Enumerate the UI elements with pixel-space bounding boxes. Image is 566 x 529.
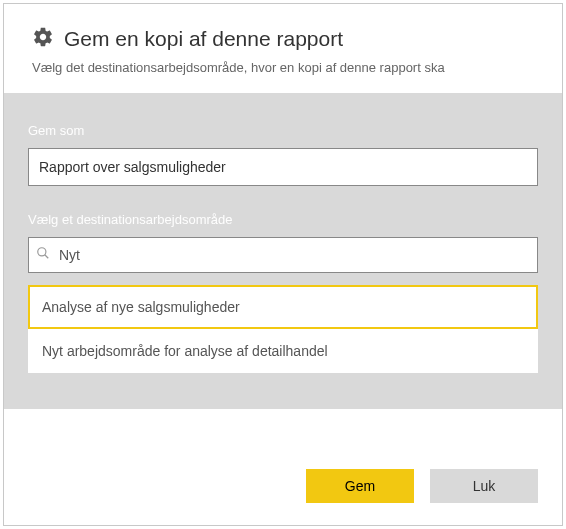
dialog-header: Gem en kopi af denne rapport Vælg det de…: [4, 4, 562, 93]
close-button[interactable]: Luk: [430, 469, 538, 503]
workspace-option[interactable]: Analyse af nye salgsmuligheder: [28, 285, 538, 329]
dialog-body: Gem som Vælg et destinationsarbejdsområd…: [4, 93, 562, 409]
save-copy-dialog: Gem en kopi af denne rapport Vælg det de…: [3, 3, 563, 526]
save-button[interactable]: Gem: [306, 469, 414, 503]
dialog-title: Gem en kopi af denne rapport: [64, 27, 343, 51]
workspace-label: Vælg et destinationsarbejdsområde: [28, 212, 538, 227]
gear-icon: [32, 26, 54, 52]
save-as-label: Gem som: [28, 123, 538, 138]
report-name-input[interactable]: [28, 148, 538, 186]
workspace-search-input[interactable]: [28, 237, 538, 273]
dialog-footer: Gem Luk: [4, 451, 562, 525]
workspace-options-list: Analyse af nye salgsmuligheder Nyt arbej…: [28, 285, 538, 373]
dialog-subtitle: Vælg det destinationsarbejdsområde, hvor…: [32, 60, 534, 75]
workspace-option[interactable]: Nyt arbejdsområde for analyse af detailh…: [28, 329, 538, 373]
